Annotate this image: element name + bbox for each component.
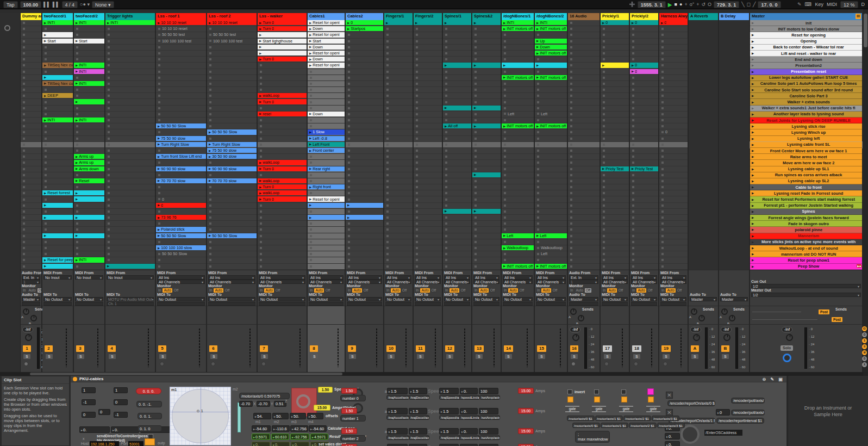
clip-stop-button[interactable] [209, 101, 211, 103]
clip-stop-button[interactable] [260, 247, 262, 249]
mixer-toggle-M[interactable]: M [862, 350, 867, 355]
clip-stop-button[interactable] [348, 52, 350, 54]
clip-stop-button[interactable] [348, 222, 350, 225]
clip-slot[interactable] [630, 160, 658, 166]
clip-slot[interactable] [21, 172, 41, 178]
clip-launch-icon[interactable]: ▶ [474, 64, 476, 67]
clip-slot[interactable] [74, 209, 104, 215]
clip-stop-button[interactable] [445, 119, 447, 121]
clip-slot[interactable] [659, 264, 688, 270]
clip-slot[interactable] [346, 57, 383, 63]
clip-slot[interactable]: ▶73 96 76 [156, 215, 206, 221]
solo-button[interactable]: S [663, 354, 670, 359]
clip-stop-button[interactable] [603, 71, 605, 73]
clip-slot[interactable] [443, 221, 471, 227]
clip-launch-icon[interactable]: ▶ [158, 155, 160, 158]
clip-launch-icon[interactable]: ▶ [259, 167, 261, 170]
clip-slot[interactable] [502, 172, 534, 178]
clip-stop-button[interactable] [504, 52, 506, 54]
monitor-auto-button[interactable]: Auto [420, 288, 429, 293]
clip-stop-button[interactable] [570, 46, 572, 48]
clip-stop-button[interactable] [632, 241, 634, 243]
toggle-square[interactable] [145, 438, 155, 445]
clip-slot[interactable] [346, 123, 383, 129]
clip-slot[interactable] [601, 233, 629, 239]
clip-stop-button[interactable] [445, 138, 447, 140]
clip-stop-button[interactable] [570, 34, 572, 36]
clip-slot[interactable] [384, 129, 413, 135]
clip-slot[interactable] [601, 172, 629, 178]
clip-slot[interactable] [308, 190, 345, 196]
clip-stop-button[interactable] [158, 131, 160, 133]
clip-slot[interactable]: ▶90 90 90 slow [156, 166, 206, 172]
clip-slot[interactable] [414, 32, 442, 38]
clip-stop-button[interactable] [416, 210, 418, 213]
clip-stop-button[interactable] [445, 241, 447, 243]
clip-slot[interactable] [384, 32, 413, 38]
clip-slot[interactable] [258, 75, 307, 81]
clip-stop-button[interactable] [23, 52, 25, 54]
clip-slot[interactable]: ▶ [346, 203, 383, 209]
clip-slot[interactable] [443, 233, 471, 239]
monitor-off-button[interactable]: Off [38, 288, 41, 293]
clip-stop-button[interactable] [23, 247, 25, 249]
clip-stop-button[interactable] [23, 228, 25, 231]
clip-stop-button[interactable] [158, 186, 160, 188]
clip[interactable]: ▶ [42, 215, 73, 220]
loop-length-field[interactable]: 17. 0. 0 [758, 1, 780, 8]
clip-launch-icon[interactable]: ▶ [309, 64, 311, 67]
clip-slot[interactable]: ▶ [42, 215, 73, 221]
clip-stop-button[interactable] [537, 89, 539, 91]
clip-stop-button[interactable] [416, 180, 418, 182]
scene-launch-icon[interactable]: ▶ [752, 161, 754, 164]
clip-slot[interactable] [74, 172, 104, 178]
scene-row[interactable]: ▶Move arm here w ow face 2 [750, 160, 862, 166]
clip-slot[interactable] [105, 75, 155, 81]
clip-stop-button[interactable] [474, 89, 477, 91]
clip-slot[interactable] [207, 57, 257, 63]
clip-stop-button[interactable] [310, 119, 312, 121]
clip-stop-button[interactable] [632, 247, 634, 249]
clip-slot[interactable] [346, 178, 383, 184]
clip-stop-button[interactable] [504, 131, 506, 133]
clip-slot[interactable] [414, 148, 442, 154]
float-box[interactable]: -110.6 [272, 425, 290, 432]
host-field[interactable]: 192.168.1.250 [90, 441, 119, 446]
clip-slot[interactable]: ▶0 [601, 20, 629, 26]
clip-slot[interactable] [207, 63, 257, 69]
arm-button[interactable] [571, 362, 576, 366]
scene-row[interactable]: ▶More sticks jints on active sync more e… [750, 239, 862, 245]
track-header-A Reverb[interactable]: A Reverb [689, 13, 718, 20]
solo-button[interactable]: S [23, 354, 30, 359]
clip-slot[interactable] [414, 57, 442, 63]
clip-stop-button[interactable] [603, 150, 605, 152]
clip-slot[interactable] [346, 257, 383, 263]
clip-stop-button[interactable] [108, 192, 110, 194]
clip-slot[interactable] [568, 190, 600, 196]
clip-slot[interactable] [568, 196, 600, 202]
clip-stop-button[interactable] [537, 131, 539, 133]
clip-slot[interactable]: ▶ [472, 20, 501, 26]
clip-stop-button[interactable] [570, 138, 572, 140]
clip-slot[interactable]: ▶75 50 90 slow [156, 136, 206, 142]
float-box[interactable]: 54. [253, 413, 271, 419]
clip-slot[interactable] [630, 215, 658, 221]
clip[interactable]: ▶Pricly Test [601, 166, 629, 171]
clip-slot[interactable] [156, 87, 206, 93]
clip-stop-button[interactable] [661, 34, 664, 36]
clip-slot[interactable] [535, 184, 567, 190]
clip-launch-icon[interactable]: ▶ [158, 143, 160, 146]
clip-stop-button[interactable] [570, 107, 572, 109]
clip-slot[interactable] [630, 154, 658, 160]
clip-slot[interactable] [384, 63, 413, 69]
clip-stop-button[interactable] [504, 259, 506, 261]
clip-stop-button[interactable] [474, 253, 477, 255]
track-activator[interactable]: 13 [474, 345, 484, 352]
clip[interactable]: ▶50 50 50 Slow [156, 123, 206, 128]
float-box[interactable]: -54.60 [309, 425, 327, 432]
clip-slot[interactable] [308, 93, 345, 99]
clip[interactable]: ▶INTI [74, 81, 104, 86]
monitor-off-button[interactable]: Off [401, 288, 408, 293]
scene-launch-icon[interactable]: ▶ [752, 222, 754, 225]
clip-slot[interactable] [414, 227, 442, 233]
